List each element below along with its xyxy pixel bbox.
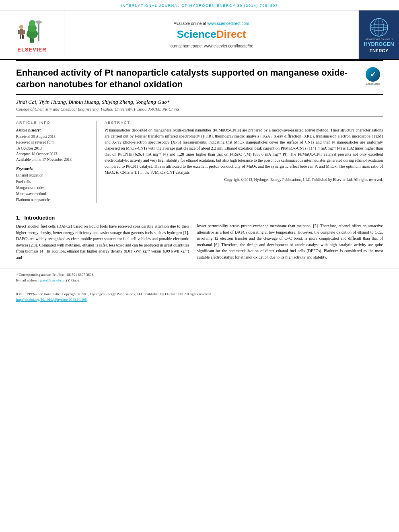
revised-date: 16 October 2013 xyxy=(16,146,90,151)
center-header: Available online at www.sciencedirect.co… xyxy=(64,10,359,59)
email-suffix: (Y. Guo). xyxy=(66,278,80,282)
header-area: ELSEVIER Available online at www.science… xyxy=(0,10,399,60)
elsevier-brand: ELSEVIER xyxy=(17,47,46,53)
elsevier-tree-icon xyxy=(14,17,50,45)
svg-rect-10 xyxy=(38,23,39,41)
keywords-list: Ethanol oxidation Fuel cells Manganese o… xyxy=(16,173,90,203)
email-note: E-mail address: yguo@fzu.edu.cn (Y. Guo)… xyxy=(16,278,383,283)
sciencedirect-url[interactable]: www.sciencedirect.com xyxy=(207,21,249,26)
article-info-abstract: ARTICLE INFO Article history: Received 2… xyxy=(16,116,383,203)
svg-rect-5 xyxy=(20,29,23,35)
article-title-section: Enhanced activity of Pt nanoparticle cat… xyxy=(16,67,383,95)
sd-logo-text: ScienceDirect xyxy=(177,28,246,40)
svg-point-3 xyxy=(29,20,35,27)
footer-area: * Corresponding author. Tel./fax: +86 59… xyxy=(0,269,399,286)
svg-point-11 xyxy=(35,21,42,24)
body-divider xyxy=(16,209,383,209)
accepted-date: Accepted 18 October 2013 xyxy=(16,151,90,157)
affiliation: College of Chemistry and Chemical Engine… xyxy=(16,107,383,111)
crossmark-badge: ✓ CrossMark xyxy=(363,67,383,85)
journal-logo-right: International Journal of HYDROGEN ENERGY xyxy=(359,10,399,59)
intro-left-text: Direct alcohol fuel cells (DAFCs) based … xyxy=(16,223,189,261)
issn-line: 0360-3199/$ – see front matter Copyright… xyxy=(16,292,383,297)
email-link[interactable]: yguo@fzu.edu.cn xyxy=(39,278,65,282)
article-content: Enhanced activity of Pt nanoparticle cat… xyxy=(0,61,399,261)
section1-heading: Introduction xyxy=(24,215,55,221)
journal-name-right: International Journal of HYDROGEN ENERGY xyxy=(364,37,394,53)
received-revised-label: Received in revised form xyxy=(16,140,90,145)
top-bar: INTERNATIONAL JOURNAL OF HYDROGEN ENERGY… xyxy=(0,0,399,10)
crossmark-label: CrossMark xyxy=(366,82,380,85)
abstract-col: ABSTRACT Pt nanoparticles deposited on m… xyxy=(105,121,383,203)
abstract-header: ABSTRACT xyxy=(105,121,383,125)
received-date: Received 25 August 2013 xyxy=(16,134,90,140)
globe-icon xyxy=(369,17,389,37)
available-online-date: Available online 17 November 2013 xyxy=(16,157,90,162)
svg-rect-8 xyxy=(20,35,21,39)
article-info-col: ARTICLE INFO Article history: Received 2… xyxy=(16,121,97,203)
elsevier-logo: ELSEVIER xyxy=(0,10,64,59)
doi-line: http://dx.doi.org/10.1016/j.ijhydene.201… xyxy=(16,297,383,303)
body-left-col: 1. Introduction Direct alcohol fuel cell… xyxy=(16,215,189,261)
keywords-label: Keywords: xyxy=(16,166,90,171)
svg-point-4 xyxy=(19,25,23,29)
keyword-1: Ethanol oxidation xyxy=(16,173,90,179)
svg-rect-6 xyxy=(18,30,20,34)
abstract-text: Pt nanoparticles deposited on manganese … xyxy=(105,127,383,175)
section1-title: 1. Introduction xyxy=(16,215,189,221)
keyword-3: Manganese oxides xyxy=(16,185,90,191)
section1-number: 1. xyxy=(16,215,21,221)
keyword-4: Microwave method xyxy=(16,191,90,197)
svg-rect-9 xyxy=(22,35,24,39)
journal-homepage: journal homepage: www.elsevier.com/locat… xyxy=(169,44,253,48)
history-label: Article history: xyxy=(16,128,90,132)
sciencedirect-logo: ScienceDirect xyxy=(177,28,246,41)
keyword-2: Fuel cells xyxy=(16,179,90,185)
crossmark-icon: ✓ xyxy=(366,67,380,82)
intro-right-text: lower permeability across proton exchang… xyxy=(197,223,383,260)
bottom-bar: 0360-3199/$ – see front matter Copyright… xyxy=(0,289,399,305)
article-info-header: ARTICLE INFO xyxy=(16,121,90,125)
journal-citation: INTERNATIONAL JOURNAL OF HYDROGEN ENERGY… xyxy=(121,4,278,8)
abstract-copyright: Copyright © 2013, Hydrogen Energy Public… xyxy=(105,177,383,183)
corresponding-author-note: * Corresponding author. Tel./fax: +86 59… xyxy=(16,272,383,278)
body-content: 1. Introduction Direct alcohol fuel cell… xyxy=(16,215,383,261)
keyword-5: Platinum nanoparticles xyxy=(16,197,90,203)
article-title: Enhanced activity of Pt nanoparticle cat… xyxy=(16,67,356,90)
available-online-label: Available online at www.sciencedirect.co… xyxy=(174,21,249,26)
svg-rect-7 xyxy=(23,30,25,34)
authors: Jindi Cai, Yiyin Huang, Binbin Huang, Sh… xyxy=(16,99,383,105)
doi-link[interactable]: http://dx.doi.org/10.1016/j.ijhydene.201… xyxy=(16,298,87,302)
body-right-col: lower permeability across proton exchang… xyxy=(197,215,383,261)
